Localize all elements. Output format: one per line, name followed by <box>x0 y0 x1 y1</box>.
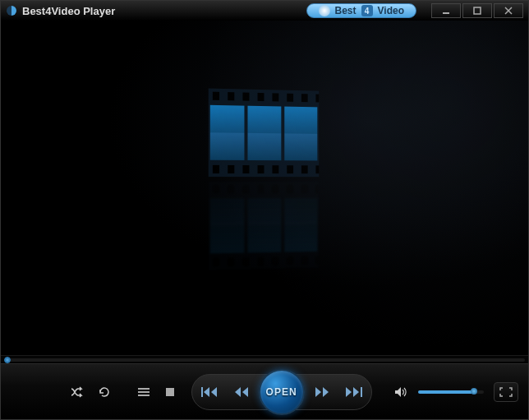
filmstrip-placeholder-icon <box>209 88 320 270</box>
volume-control <box>389 382 484 402</box>
maximize-button[interactable] <box>462 3 492 18</box>
svg-rect-7 <box>361 387 362 397</box>
svg-rect-2 <box>138 388 150 390</box>
window-controls <box>430 3 523 18</box>
open-play-button[interactable]: OPEN <box>259 369 305 415</box>
brand-post: Video <box>378 5 404 16</box>
transport-cluster: OPEN <box>191 374 372 410</box>
next-button[interactable] <box>338 377 369 407</box>
shuffle-button[interactable] <box>67 382 89 402</box>
rewind-button[interactable] <box>226 377 257 407</box>
svg-rect-3 <box>138 391 150 393</box>
volume-icon[interactable] <box>389 382 413 402</box>
stop-button[interactable] <box>159 382 182 402</box>
app-window: Best4Video Player Best 4 Video <box>0 0 529 420</box>
seek-thumb[interactable] <box>4 357 11 363</box>
repeat-button[interactable] <box>94 382 116 402</box>
svg-rect-5 <box>166 388 174 396</box>
app-icon <box>6 5 17 16</box>
svg-rect-1 <box>474 7 481 14</box>
titlebar: Best4Video Player Best 4 Video <box>1 1 528 21</box>
brand-globe-icon <box>319 5 330 16</box>
volume-slider[interactable] <box>418 390 484 394</box>
brand-badge[interactable]: Best 4 Video <box>306 3 416 18</box>
previous-button[interactable] <box>195 377 226 407</box>
video-viewport[interactable] <box>1 21 528 355</box>
volume-thumb[interactable] <box>471 388 477 395</box>
minimize-button[interactable] <box>431 3 461 18</box>
fullscreen-button[interactable] <box>494 382 518 402</box>
brand-pre: Best <box>335 5 356 16</box>
svg-rect-6 <box>201 387 203 397</box>
playlist-button[interactable] <box>132 382 154 402</box>
seek-track <box>4 358 525 362</box>
svg-rect-0 <box>443 12 449 14</box>
svg-rect-4 <box>138 395 150 396</box>
close-button[interactable] <box>494 3 523 18</box>
window-title: Best4Video Player <box>22 5 115 17</box>
fast-forward-button[interactable] <box>306 377 338 407</box>
control-bar: OPEN <box>1 363 528 419</box>
open-label: OPEN <box>266 386 297 398</box>
brand-num: 4 <box>361 5 373 16</box>
seek-bar[interactable] <box>1 355 528 363</box>
